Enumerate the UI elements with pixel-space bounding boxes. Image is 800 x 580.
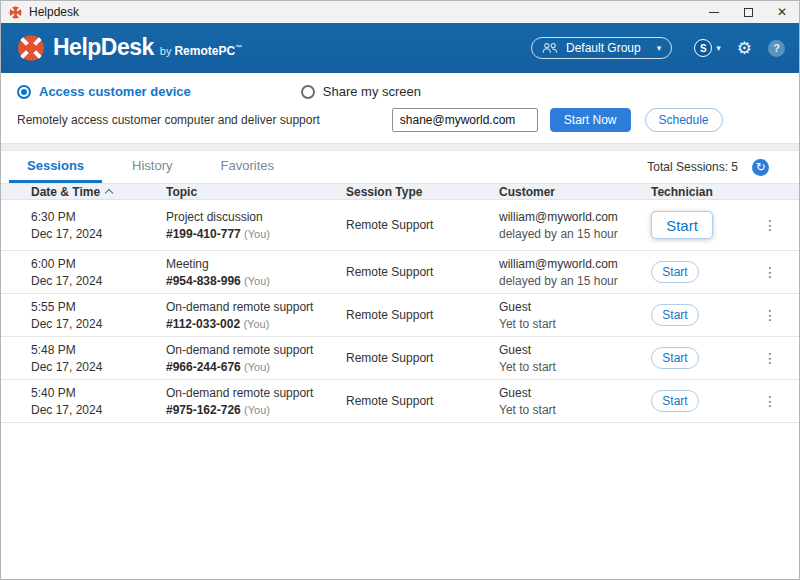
tab-sessions[interactable]: Sessions	[9, 151, 102, 183]
column-header-customer[interactable]: Customer	[499, 185, 651, 199]
cell-date-time: 6:00 PM Dec 17, 2024	[31, 257, 166, 288]
cell-date-time: 5:55 PM Dec 17, 2024	[31, 300, 166, 331]
session-owner: (You)	[244, 275, 270, 287]
start-session-button[interactable]: Start	[651, 347, 699, 369]
cell-customer: william@myworld.com delayed by an 15 hou…	[499, 210, 651, 241]
session-time: 6:30 PM	[31, 210, 166, 224]
table-row: 6:30 PM Dec 17, 2024 Project discussion …	[1, 200, 799, 251]
session-topic: On-demand remote support	[166, 343, 346, 357]
cell-session-type: Remote Support	[346, 308, 499, 322]
user-menu[interactable]: S ▾	[694, 39, 721, 57]
session-topic: On-demand remote support	[166, 300, 346, 314]
customer-email-input[interactable]	[392, 108, 538, 132]
customer-name: Guest	[499, 300, 651, 314]
cell-technician: Start	[651, 347, 757, 369]
refresh-icon[interactable]: ↻	[752, 159, 769, 176]
row-menu-kebab-icon[interactable]: ⋮	[757, 305, 783, 325]
cell-topic: On-demand remote support #975-162-726 (Y…	[166, 386, 346, 417]
row-menu-kebab-icon[interactable]: ⋮	[757, 391, 783, 411]
cell-date-time: 5:40 PM Dec 17, 2024	[31, 386, 166, 417]
session-topic: Project discussion	[166, 210, 346, 224]
cell-topic: On-demand remote support #112-033-002 (Y…	[166, 300, 346, 331]
tab-history[interactable]: History	[114, 151, 190, 183]
tab-favorites[interactable]: Favorites	[203, 151, 292, 183]
share-screen-label: Share my screen	[323, 84, 421, 99]
session-owner: (You)	[243, 318, 269, 330]
customer-status: Yet to start	[499, 360, 651, 374]
start-session-button[interactable]: Start	[651, 304, 699, 326]
customer-name: Guest	[499, 386, 651, 400]
window-title: Helpdesk	[29, 5, 79, 19]
cell-topic: On-demand remote support #966-244-676 (Y…	[166, 343, 346, 374]
session-time: 6:00 PM	[31, 257, 166, 271]
cell-technician: Start	[651, 211, 757, 239]
help-icon[interactable]: ?	[768, 40, 785, 57]
cell-menu: ⋮	[757, 217, 799, 233]
cell-menu: ⋮	[757, 350, 799, 366]
start-session-button[interactable]: Start	[651, 390, 699, 412]
start-session-button[interactable]: Start	[651, 261, 699, 283]
cell-topic: Project discussion #199-410-777 (You)	[166, 210, 346, 241]
session-time: 5:40 PM	[31, 386, 166, 400]
cell-session-type: Remote Support	[346, 218, 499, 232]
row-menu-kebab-icon[interactable]: ⋮	[757, 215, 783, 235]
table-row: 6:00 PM Dec 17, 2024 Meeting #954-838-99…	[1, 251, 799, 294]
cell-customer: Guest Yet to start	[499, 386, 651, 417]
customer-name: Guest	[499, 343, 651, 357]
logo-title: HelpDesk	[53, 34, 154, 61]
avatar: S	[694, 39, 712, 57]
session-topic: Meeting	[166, 257, 346, 271]
cell-technician: Start	[651, 261, 757, 283]
cell-menu: ⋮	[757, 264, 799, 280]
table-row: 5:55 PM Dec 17, 2024 On-demand remote su…	[1, 294, 799, 337]
trademark-symbol: ™	[235, 44, 242, 51]
access-hint-text: Remotely access customer computer and de…	[17, 113, 320, 127]
cell-technician: Start	[651, 304, 757, 326]
cell-topic: Meeting #954-838-996 (You)	[166, 257, 346, 288]
column-header-technician[interactable]: Technician	[651, 185, 757, 199]
session-owner: (You)	[244, 404, 270, 416]
cell-menu: ⋮	[757, 307, 799, 323]
section-divider	[1, 143, 799, 151]
cell-session-type: Remote Support	[346, 265, 499, 279]
share-screen-radio[interactable]: Share my screen	[301, 84, 421, 99]
radio-selected-icon	[17, 85, 31, 99]
group-selector-dropdown[interactable]: Default Group ▾	[531, 37, 672, 59]
schedule-button[interactable]: Schedule	[645, 108, 723, 132]
cell-customer: Guest Yet to start	[499, 343, 651, 374]
customer-name: william@myworld.com	[499, 210, 651, 224]
table-row: 5:48 PM Dec 17, 2024 On-demand remote su…	[1, 337, 799, 380]
close-button[interactable]: ✕	[765, 1, 799, 23]
group-selector-label: Default Group	[566, 41, 641, 55]
customer-status: delayed by an 15 hour	[499, 274, 651, 288]
cell-customer: william@myworld.com delayed by an 15 hou…	[499, 257, 651, 288]
start-session-button[interactable]: Start	[651, 211, 713, 239]
cell-date-time: 5:48 PM Dec 17, 2024	[31, 343, 166, 374]
access-customer-radio[interactable]: Access customer device	[17, 84, 191, 99]
sessions-table-body: 6:30 PM Dec 17, 2024 Project discussion …	[1, 200, 799, 423]
close-icon: ✕	[777, 6, 787, 18]
app-logo: HelpDesk by RemotePC™	[17, 34, 242, 62]
row-menu-kebab-icon[interactable]: ⋮	[757, 348, 783, 368]
session-date: Dec 17, 2024	[31, 360, 166, 374]
logo-lifebuoy-icon	[17, 34, 45, 62]
maximize-button[interactable]	[731, 1, 765, 23]
session-date: Dec 17, 2024	[31, 274, 166, 288]
column-header-date-time[interactable]: Date & Time	[31, 185, 166, 199]
cell-technician: Start	[651, 390, 757, 412]
app-lifebuoy-icon	[9, 6, 22, 19]
session-time: 5:48 PM	[31, 343, 166, 357]
access-customer-label: Access customer device	[39, 84, 191, 99]
gear-icon[interactable]: ⚙	[737, 40, 752, 57]
minimize-icon	[709, 12, 719, 13]
chevron-down-icon: ▾	[657, 43, 662, 53]
start-now-button[interactable]: Start Now	[550, 108, 631, 132]
minimize-button[interactable]	[697, 1, 731, 23]
customer-status: delayed by an 15 hour	[499, 227, 651, 241]
column-header-session-type[interactable]: Session Type	[346, 185, 499, 199]
column-header-topic[interactable]: Topic	[166, 185, 346, 199]
row-menu-kebab-icon[interactable]: ⋮	[757, 262, 783, 282]
app-window: Helpdesk ✕ HelpDesk by RemotePC™	[0, 0, 800, 580]
titlebar: Helpdesk ✕	[1, 1, 799, 23]
cell-session-type: Remote Support	[346, 351, 499, 365]
